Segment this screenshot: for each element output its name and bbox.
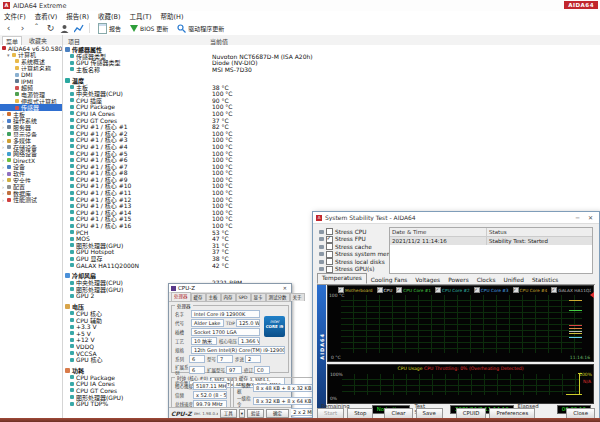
stability-titlebar[interactable]: A System Stability Test - AIDA64 ─ ✕ [313,212,599,224]
legend-checkbox[interactable] [513,287,519,293]
report-button[interactable]: 报告 [94,22,125,34]
tree-item[interactable]: › 安全性 [0,177,62,184]
close-icon[interactable]: ✕ [281,285,289,291]
legend-checkbox[interactable] [396,287,402,293]
checkbox[interactable] [326,243,333,250]
cpuz-tab[interactable]: 测试分数 [266,293,290,301]
tree-item[interactable]: › 显示设备 [0,131,62,138]
log-col-status[interactable]: Status [487,228,592,236]
cpuz-tab[interactable]: 处理器 [171,292,191,301]
tree-item[interactable]: › 存储设备 [0,144,62,151]
tree-item[interactable]: › 数据库 [0,190,62,197]
tree-item[interactable]: › 主板 [0,111,62,118]
legend-item[interactable]: CPU Core #2 [435,287,470,293]
tree-item[interactable]: IPMI [0,78,62,85]
refresh-icon[interactable]: ↻ [44,22,57,34]
tree-item[interactable]: › 软件 [0,170,62,177]
checkbox[interactable] [326,228,333,235]
usage-line-top [578,373,582,374]
tree-item-label: 主板 [13,111,25,118]
sensor-row-icon [70,281,74,285]
graph-tab[interactable]: Clocks [473,276,500,284]
test-log-table: Date & Time Status 2021/11/2 11:14:16 St… [389,227,593,274]
graph-tab[interactable]: Cooling Fans [367,276,412,284]
tree-item[interactable]: › 配置 [0,183,62,190]
family-field: 6 [189,355,205,363]
cpuz-tab[interactable]: 关于 [290,293,305,301]
menu-item[interactable]: 查看(V) [35,11,58,21]
legend-item[interactable]: CPU [377,287,393,293]
graph-tab[interactable]: Temperatures [317,273,367,284]
driver-update-button[interactable]: 驱动程序更新 [173,22,228,34]
aida64-node-icon [2,46,6,50]
tools-dropdown-icon[interactable]: ▾ [239,409,245,418]
cpuz-tab[interactable]: 显卡 [251,293,266,301]
sensor-row[interactable]: 主板名称 MSI MS-7D30 [63,66,600,73]
tree-root[interactable]: AIDA64 v6.50.5800 [0,45,62,52]
legend-checkbox[interactable] [377,287,383,293]
validate-button[interactable]: 验证 [247,409,264,418]
up-icon[interactable]: ˆ [30,22,43,34]
close-icon[interactable]: ✕ [585,214,596,222]
back-icon[interactable]: ‹ [2,22,15,34]
log-row[interactable]: 2021/11/2 11:14:16 Stability Test: Start… [390,237,592,245]
legend-checkbox[interactable] [551,287,557,293]
tree-item[interactable]: › 设备 [0,164,62,171]
log-col-datetime[interactable]: Date & Time [390,228,487,236]
legend-item[interactable]: CPU Core #4 [513,287,548,293]
stress-option-label: Stress FPU [335,236,366,242]
menu-item[interactable]: 帮助(H) [161,11,184,21]
tree-item[interactable]: › 服务器 [0,124,62,131]
graph-tab[interactable]: Powers [444,276,473,284]
graph-tab[interactable]: Unified [499,276,527,284]
tree-item[interactable]: 系统概述 [0,58,62,65]
legend-item[interactable]: CPU Core #1 [396,287,431,293]
tree-item[interactable]: 计算机名称 [0,65,62,72]
ok-button[interactable]: 确定 [266,409,289,418]
cpuz-tab[interactable]: SPD [236,293,251,301]
menu-item[interactable]: 工具(T) [129,11,151,21]
cpuz-tab[interactable]: 缓存 [191,293,206,301]
cpuz-tab[interactable]: 主板 [206,293,221,301]
checkbox[interactable] [326,266,333,273]
menu-item[interactable]: 收藏(B) [98,11,121,21]
tree-item[interactable]: › DirectX [0,157,62,164]
tree-item[interactable]: 电源管理 [0,91,62,98]
tree-item[interactable]: › 性能测试 [0,197,62,204]
tree-item[interactable]: 传感器 [0,104,62,111]
legend-checkbox[interactable] [435,287,441,293]
forward-icon[interactable]: › [16,22,29,34]
legend-checkbox[interactable] [474,287,480,293]
graph-tab[interactable]: Statistics [528,276,563,284]
tree-item[interactable]: › 网络设备 [0,151,62,158]
tree-item-icon [15,92,19,96]
user-icon[interactable] [58,22,71,34]
legend-item[interactable]: CPU Core #3 [474,287,509,293]
sensor-row-icon [70,158,74,162]
ext-family-field: 6 [189,366,205,374]
checkbox[interactable] [326,236,333,243]
menu-item[interactable]: 报告(R) [66,11,89,21]
checkbox[interactable] [326,258,333,265]
sensor-row-icon [70,325,74,329]
tree-item-label: 服务器 [13,124,31,131]
minimize-icon[interactable]: ─ [572,214,583,222]
tree-item-computer[interactable]: ▾ 计算机 [0,52,62,59]
core-voltage-field: 1.366 V [238,337,260,345]
tools-button[interactable]: 工具 [220,409,237,418]
tree-item-icon [15,66,19,70]
bios-update-button[interactable]: BIOS 更新 [126,22,172,34]
cpuz-tab[interactable]: 内存 [221,293,236,301]
temp-line-segment [569,331,582,332]
tree-item[interactable]: 便携式计算机 [0,98,62,105]
tab-favorites[interactable]: 收藏夹 [26,36,50,45]
legend-item[interactable]: GALAX HA11Q2000N [551,287,591,293]
tree-item[interactable]: 超频 [0,85,62,92]
chart-icon[interactable] [72,22,85,34]
graph-tab[interactable]: Voltages [411,276,444,284]
checkbox[interactable] [326,251,333,258]
tree-item[interactable]: › 操作系统 [0,118,62,125]
tree-item[interactable]: › 多媒体 [0,137,62,144]
tree-item[interactable]: DMI [0,71,62,78]
menu-item[interactable]: 文件(F) [4,11,26,21]
